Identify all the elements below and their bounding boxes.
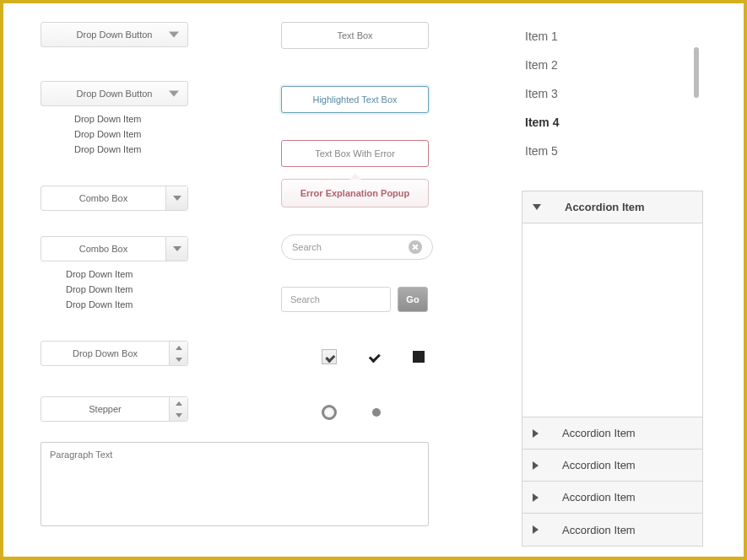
chevron-right-icon bbox=[533, 429, 539, 438]
list-box[interactable]: Item 1 Item 2 Item 3 Item 4 Item 5 bbox=[522, 22, 699, 165]
stepper[interactable]: Stepper bbox=[41, 396, 188, 422]
stop-icon bbox=[413, 351, 425, 363]
accordion-item-label: Accordion Item bbox=[562, 427, 636, 439]
text-box-highlighted[interactable]: Highlighted Text Box bbox=[281, 86, 429, 113]
dropdown-item[interactable]: Drop Down Item bbox=[74, 111, 192, 127]
accordion-item-open[interactable]: Accordion Item bbox=[522, 191, 702, 223]
list-item[interactable]: Item 1 bbox=[522, 22, 699, 51]
dropdown-box-label: Drop Down Box bbox=[41, 348, 169, 358]
dropdown-button-1-label: Drop Down Button bbox=[77, 30, 153, 40]
chevron-down-icon bbox=[169, 32, 179, 38]
chevron-down-icon[interactable] bbox=[170, 353, 187, 365]
list-item[interactable]: Item 5 bbox=[522, 137, 699, 165]
combo-box-1-label: Combo Box bbox=[41, 193, 165, 203]
stepper-label: Stepper bbox=[41, 404, 169, 414]
go-button[interactable]: Go bbox=[398, 287, 428, 312]
chevron-down-icon[interactable] bbox=[165, 237, 187, 261]
chevron-right-icon bbox=[533, 525, 539, 534]
accordion-item-label: Accordion Item bbox=[565, 201, 645, 213]
accordion-item[interactable]: Accordion Item bbox=[522, 450, 702, 482]
search-input-round[interactable]: Search bbox=[281, 234, 433, 260]
combo-2-menu: Drop Down Item Drop Down Item Drop Down … bbox=[41, 261, 192, 312]
list-item[interactable]: Item 2 bbox=[522, 51, 699, 79]
accordion-item-label: Accordion Item bbox=[562, 459, 636, 471]
list-item[interactable]: Item 3 bbox=[522, 79, 699, 108]
chevron-down-icon bbox=[169, 91, 179, 97]
clear-icon[interactable] bbox=[409, 240, 422, 254]
combo-box-2-label: Combo Box bbox=[41, 244, 165, 254]
text-box-error[interactable]: Text Box With Error bbox=[281, 140, 429, 167]
dropdown-item[interactable]: Drop Down Item bbox=[74, 142, 192, 157]
accordion-item-label: Accordion Item bbox=[562, 524, 636, 536]
chevron-down-icon[interactable] bbox=[170, 409, 187, 421]
search-input-square[interactable]: Search bbox=[281, 287, 391, 312]
combo-box-1[interactable]: Combo Box bbox=[41, 186, 188, 211]
text-box-error-label: Text Box With Error bbox=[315, 148, 395, 159]
combo-box-2[interactable]: Combo Box bbox=[41, 236, 188, 261]
checkbox-checked[interactable] bbox=[322, 349, 337, 364]
accordion-item[interactable]: Accordion Item bbox=[522, 514, 702, 546]
dropdown-button-2[interactable]: Drop Down Button bbox=[41, 81, 188, 106]
dropdown-item[interactable]: Drop Down Item bbox=[74, 127, 192, 142]
text-box-highlighted-label: Highlighted Text Box bbox=[312, 94, 397, 105]
chevron-up-icon[interactable] bbox=[170, 342, 187, 353]
go-button-label: Go bbox=[406, 294, 419, 304]
accordion-item[interactable]: Accordion Item bbox=[522, 417, 702, 450]
chevron-down-icon bbox=[533, 204, 541, 210]
error-popup: Error Explanation Popup bbox=[281, 179, 429, 207]
text-box-label: Text Box bbox=[337, 30, 372, 40]
dropdown-button-2-label: Drop Down Button bbox=[77, 89, 153, 99]
radio-unselected[interactable] bbox=[322, 405, 337, 420]
dropdown-item[interactable]: Drop Down Item bbox=[66, 267, 192, 282]
check-icon bbox=[367, 349, 382, 364]
paragraph-textarea[interactable] bbox=[41, 442, 429, 526]
error-popup-label: Error Explanation Popup bbox=[300, 188, 410, 198]
accordion-item-label: Accordion Item bbox=[562, 491, 636, 503]
search-placeholder: Search bbox=[292, 242, 322, 252]
chevron-up-icon[interactable] bbox=[170, 397, 187, 409]
list-item-selected[interactable]: Item 4 bbox=[522, 108, 699, 137]
dropdown-2-menu: Drop Down Item Drop Down Item Drop Down … bbox=[41, 106, 192, 157]
dropdown-item[interactable]: Drop Down Item bbox=[66, 297, 192, 312]
accordion-body bbox=[522, 223, 702, 417]
accordion-item[interactable]: Accordion Item bbox=[522, 482, 702, 514]
text-box[interactable]: Text Box bbox=[281, 22, 429, 49]
scrollbar-thumb[interactable] bbox=[694, 47, 699, 98]
dropdown-item[interactable]: Drop Down Item bbox=[66, 282, 192, 297]
radio-dot-icon bbox=[372, 408, 381, 417]
chevron-right-icon bbox=[533, 493, 539, 502]
dropdown-button-1[interactable]: Drop Down Button bbox=[41, 22, 188, 47]
search-placeholder-2: Search bbox=[290, 294, 320, 304]
chevron-right-icon bbox=[533, 461, 539, 470]
chevron-down-icon[interactable] bbox=[165, 186, 187, 210]
accordion: Accordion Item Accordion Item Accordion … bbox=[522, 191, 703, 547]
dropdown-box[interactable]: Drop Down Box bbox=[41, 341, 188, 366]
